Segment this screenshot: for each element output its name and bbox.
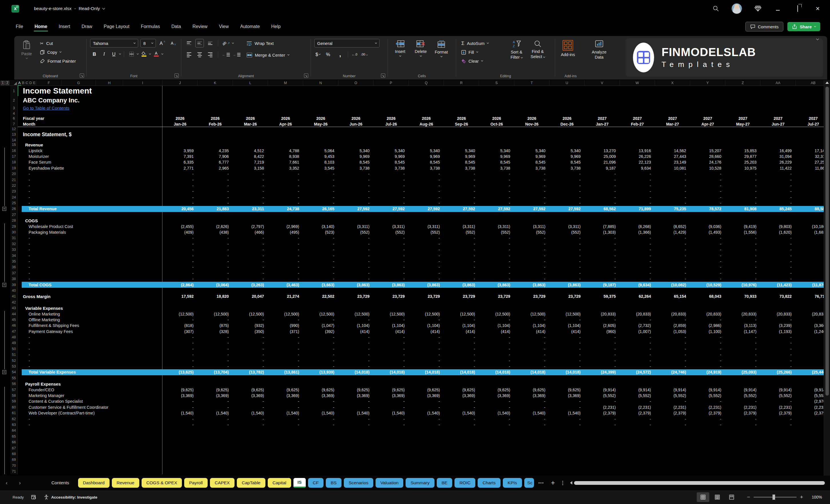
cell[interactable]: [233, 445, 268, 451]
cell[interactable]: -: [514, 264, 549, 270]
row-number-71[interactable]: 71: [10, 469, 18, 474]
cell[interactable]: -: [479, 247, 514, 253]
row-number-62[interactable]: 62: [10, 416, 18, 421]
cell[interactable]: [268, 300, 303, 305]
col-header-D[interactable]: D: [29, 80, 33, 86]
cell[interactable]: 31,094: [761, 154, 796, 159]
sheet-tab-be[interactable]: BE: [437, 478, 452, 488]
cell[interactable]: -: [233, 264, 268, 270]
cell[interactable]: -: [690, 422, 725, 428]
cell[interactable]: [761, 300, 796, 305]
cell[interactable]: -: [725, 346, 761, 352]
row-number-47[interactable]: 47: [10, 329, 18, 335]
cell[interactable]: [374, 305, 409, 311]
cell[interactable]: (20,833): [690, 311, 725, 317]
cell[interactable]: [690, 457, 725, 463]
cell[interactable]: (1,104): [514, 323, 549, 328]
cell[interactable]: -: [584, 317, 620, 323]
cell[interactable]: [198, 305, 233, 311]
increase-indent-icon[interactable]: →: [232, 50, 241, 59]
row-number-26[interactable]: 26: [10, 206, 18, 212]
cell[interactable]: [409, 469, 444, 474]
cell[interactable]: [338, 469, 374, 474]
cell[interactable]: [444, 131, 479, 138]
cell[interactable]: 8,545: [338, 159, 374, 165]
cell[interactable]: -: [690, 264, 725, 270]
cell[interactable]: -: [233, 346, 268, 352]
cell[interactable]: -: [233, 357, 268, 363]
copy-button[interactable]: Copy: [38, 48, 77, 57]
search-icon[interactable]: [713, 5, 719, 12]
cell[interactable]: [796, 428, 824, 433]
cell[interactable]: [479, 96, 514, 105]
cell[interactable]: [374, 434, 409, 439]
cell[interactable]: (2,379): [725, 410, 761, 416]
cell[interactable]: -: [444, 317, 479, 323]
cell[interactable]: [479, 86, 514, 96]
cell[interactable]: -: [268, 270, 303, 276]
cell[interactable]: -: [620, 189, 655, 194]
cell[interactable]: (9,187): [584, 282, 620, 287]
cell[interactable]: (3,369): [198, 393, 233, 399]
cell[interactable]: 11,422: [761, 165, 796, 171]
row-number-64[interactable]: 64: [10, 428, 18, 433]
cell[interactable]: [233, 288, 268, 293]
cell[interactable]: [690, 96, 725, 105]
cell[interactable]: -: [198, 241, 233, 247]
cell[interactable]: -: [549, 171, 584, 177]
cell[interactable]: -: [514, 235, 549, 241]
align-bottom-icon[interactable]: [206, 39, 215, 48]
cell[interactable]: 9,969: [338, 154, 374, 159]
cell[interactable]: [444, 445, 479, 451]
cell[interactable]: [549, 96, 584, 105]
cell[interactable]: -: [620, 241, 655, 247]
cell[interactable]: Oct-26: [479, 121, 514, 127]
cell[interactable]: [338, 300, 374, 305]
shrink-font-button[interactable]: A˅: [169, 39, 178, 48]
cell[interactable]: (414): [549, 329, 584, 335]
cell[interactable]: [549, 142, 584, 148]
cell[interactable]: [303, 112, 338, 116]
cell[interactable]: [338, 288, 374, 293]
cell[interactable]: [655, 127, 690, 131]
decrease-decimal-button[interactable]: .00→: [361, 50, 368, 59]
cell[interactable]: [549, 131, 584, 138]
cell[interactable]: -: [198, 335, 233, 340]
cell[interactable]: -: [761, 317, 796, 323]
insert-cells-button[interactable]: Insert: [391, 39, 409, 72]
cell[interactable]: [725, 212, 761, 218]
cell[interactable]: [690, 434, 725, 439]
cell[interactable]: [374, 300, 409, 305]
cell[interactable]: [162, 445, 198, 451]
cell[interactable]: (1,366): [620, 229, 655, 235]
cell[interactable]: (2,231): [690, 405, 725, 410]
cell[interactable]: 28,660: [690, 154, 725, 159]
cell[interactable]: [620, 288, 655, 293]
cell[interactable]: [584, 112, 620, 116]
cell[interactable]: Mar-26: [233, 121, 268, 127]
cell[interactable]: (3,369): [444, 393, 479, 399]
cell[interactable]: [796, 142, 824, 148]
cell[interactable]: -: [233, 253, 268, 258]
cell[interactable]: [162, 142, 198, 148]
row-number-6[interactable]: 6: [10, 116, 18, 121]
cell[interactable]: -: [584, 399, 620, 404]
cell[interactable]: [374, 127, 409, 131]
cell[interactable]: [409, 434, 444, 439]
cell[interactable]: [761, 428, 796, 433]
zoom-slider[interactable]: [754, 497, 797, 497]
cell[interactable]: -: [374, 346, 409, 352]
cell[interactable]: [584, 428, 620, 433]
cell[interactable]: -: [162, 352, 198, 357]
cell[interactable]: [268, 142, 303, 148]
cell[interactable]: -: [198, 364, 233, 369]
row-number-63[interactable]: 63: [10, 422, 18, 428]
cell[interactable]: [198, 105, 233, 112]
cell[interactable]: [725, 127, 761, 131]
col-header-O[interactable]: O: [338, 80, 374, 86]
cell[interactable]: (3,863): [338, 282, 374, 287]
cell[interactable]: -: [796, 235, 824, 241]
comments-button[interactable]: Comments: [745, 22, 784, 31]
cell[interactable]: (2,864): [162, 282, 198, 287]
cell[interactable]: -: [374, 200, 409, 206]
